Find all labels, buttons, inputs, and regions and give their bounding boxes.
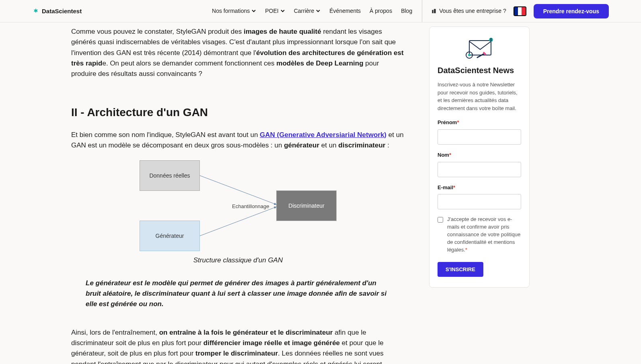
nav-label: POEI <box>265 6 278 15</box>
logo[interactable]: DataScientest <box>32 6 82 16</box>
nav-evenements[interactable]: Événements <box>329 6 361 15</box>
nav-formations[interactable]: Nos formations <box>212 6 256 15</box>
newsletter-icon <box>438 36 521 60</box>
label-lastname: Nom* <box>438 151 521 160</box>
svg-line-3 <box>200 207 276 236</box>
label-firstname: Prénom* <box>438 119 521 127</box>
chevron-down-icon <box>316 8 320 13</box>
article-content: Comme vous pouvez le constater, StyleGAN… <box>71 27 405 364</box>
sidebar: DataScientest News Inscrivez-vous à notr… <box>429 27 530 364</box>
diagram-box-discriminator: Discriminateur <box>276 190 337 221</box>
input-firstname[interactable] <box>438 129 521 145</box>
logo-icon <box>32 8 39 15</box>
newsletter-card: DataScientest News Inscrivez-vous à notr… <box>429 27 530 288</box>
consent-text: J'accepte de recevoir vos e-mails et con… <box>447 216 521 254</box>
gan-link[interactable]: GAN (Generative Adversiarial Network) <box>260 131 386 139</box>
newsletter-title: DataScientest News <box>438 64 521 77</box>
svg-line-2 <box>200 176 276 204</box>
consent-checkbox[interactable] <box>438 217 443 223</box>
diagram-box-generator: Générateur <box>140 221 200 251</box>
subscribe-button[interactable]: S'INSCRIRE <box>438 262 483 277</box>
svg-point-7 <box>468 54 470 56</box>
chevron-down-icon <box>251 8 256 13</box>
field-email: E-mail* <box>438 184 521 210</box>
building-icon <box>431 8 437 14</box>
section-heading: II - Architecture d'un GAN <box>71 104 405 122</box>
diagram-caption: Structure classique d'un GAN <box>71 255 405 266</box>
svg-rect-4 <box>469 41 491 55</box>
paragraph-gan-intro: Et bien comme son nom l'indique, StyleGA… <box>71 130 405 151</box>
diagram-label-echantillonnage: Echantillonnage <box>232 202 269 211</box>
nav-carriere[interactable]: Carrière <box>294 6 321 15</box>
newsletter-desc: Inscrivez-vous à notre Newsletter pour r… <box>438 81 521 112</box>
field-lastname: Nom* <box>438 151 521 177</box>
enterprise-link[interactable]: Vous êtes une entreprise ? <box>431 6 506 15</box>
input-lastname[interactable] <box>438 162 521 177</box>
enterprise-label: Vous êtes une entreprise ? <box>439 6 506 15</box>
svg-rect-1 <box>434 9 436 13</box>
header-right: Vous êtes une entreprise ? Prendre rende… <box>431 4 609 18</box>
site-header: DataScientest Nos formations POEI Carriè… <box>0 0 641 22</box>
cta-button[interactable]: Prendre rendez-vous <box>534 4 609 18</box>
nav-label: À propos <box>370 6 392 15</box>
label-email: E-mail* <box>438 184 521 192</box>
gan-diagram: Données réelles Générateur Discriminateu… <box>140 160 337 253</box>
nav-label: Blog <box>401 6 412 15</box>
nav-apropos[interactable]: À propos <box>370 6 392 15</box>
main-nav: Nos formations POEI Carrière Événements … <box>212 0 422 22</box>
nav-label: Événements <box>329 6 361 15</box>
nav-poei[interactable]: POEI <box>265 6 285 15</box>
nav-label: Carrière <box>294 6 314 15</box>
chevron-down-icon <box>280 8 285 13</box>
language-selector[interactable] <box>514 6 526 16</box>
paragraph-intro: Comme vous pouvez le constater, StyleGAN… <box>71 27 405 80</box>
consent-row: J'accepte de recevoir vos e-mails et con… <box>438 216 521 254</box>
nav-label: Nos formations <box>212 6 250 15</box>
svg-rect-0 <box>432 10 434 13</box>
paragraph-training: Ainsi, lors de l'entraînement, on entraî… <box>71 327 405 364</box>
diagram-box-data: Données réelles <box>140 160 200 191</box>
input-email[interactable] <box>438 194 521 209</box>
nav-blog[interactable]: Blog <box>401 6 412 15</box>
field-firstname: Prénom* <box>438 119 521 145</box>
definition-quote: Le générateur est le modèle qui permet d… <box>71 272 405 315</box>
brand-name: DataScientest <box>42 6 82 16</box>
